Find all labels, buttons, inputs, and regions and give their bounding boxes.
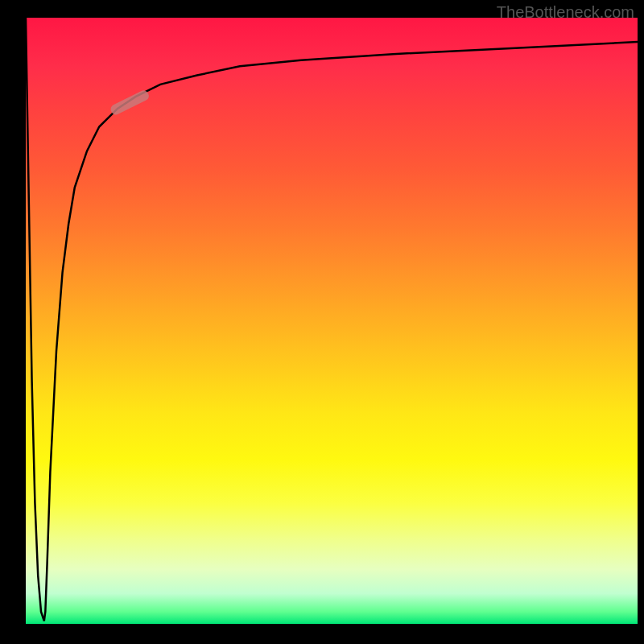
chart-plot-area <box>26 18 638 624</box>
watermark-text: TheBottleneck.com <box>497 3 634 22</box>
highlight-marker <box>109 89 151 116</box>
chart-curve-svg <box>26 18 638 624</box>
